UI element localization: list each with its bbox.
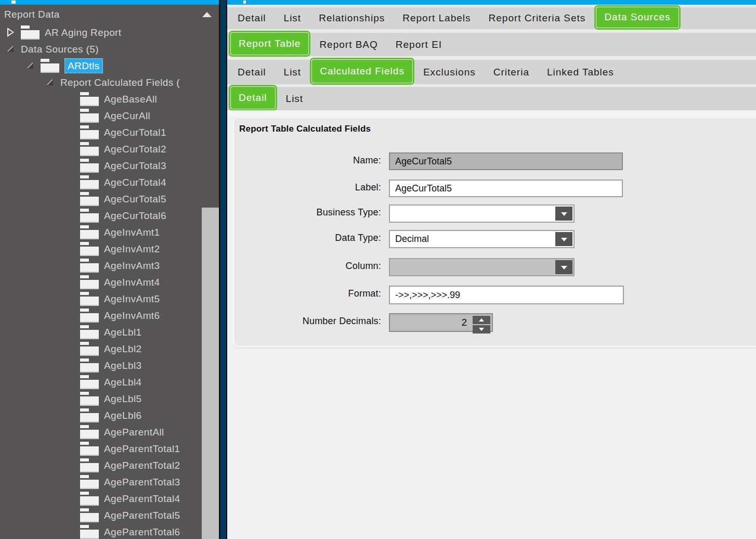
business-type-dropdown-icon[interactable]: [555, 207, 572, 221]
tree-item-agelbl5[interactable]: AgeLbl5: [0, 390, 219, 407]
tree-item-ageparenttotal1[interactable]: AgeParentTotal1: [0, 440, 219, 457]
tree-item-label[interactable]: AgeLbl4: [104, 375, 142, 389]
tab-calculated-fields[interactable]: Calculated Fields: [310, 58, 414, 85]
tree-item-label[interactable]: AgeCurTotal4: [104, 175, 166, 189]
tree-item-ageinvamt4[interactable]: AgeInvAmt4: [0, 274, 219, 290]
tab-list[interactable]: List: [275, 60, 310, 84]
tree-item-ageinvamt5[interactable]: AgeInvAmt5: [0, 290, 219, 307]
spinner-up-icon[interactable]: [473, 316, 490, 324]
tab-report-criteria-sets[interactable]: Report Criteria Sets: [480, 7, 595, 29]
tree-item-label[interactable]: AgeCurAll: [104, 109, 150, 123]
tree-item-agelbl2[interactable]: AgeLbl2: [0, 340, 219, 357]
tree-item-label[interactable]: AgeParentTotal1: [104, 442, 180, 456]
tab-report-labels[interactable]: Report Labels: [394, 7, 479, 29]
tree-item-label[interactable]: AgeLbl6: [104, 408, 142, 422]
tree-item-ageparenttotal3[interactable]: AgeParentTotal3: [0, 473, 219, 490]
tab-detail[interactable]: Detail: [229, 60, 275, 84]
label-field[interactable]: AgeCurTotal5: [389, 179, 623, 197]
tree-item-label[interactable]: AgeLbl5: [104, 392, 142, 406]
tab-strip-report-table: DetailListCalculated FieldsExclusionsCri…: [227, 60, 756, 84]
tree-item-agecurtotal3[interactable]: AgeCurTotal3: [0, 157, 219, 174]
tree-item-label[interactable]: AgeCurTotal2: [104, 142, 166, 156]
data-type-value: Decimal: [395, 234, 429, 245]
tree-item-label[interactable]: AgeCurTotal5: [104, 192, 166, 206]
tree-item-label[interactable]: AgeParentTotal6: [104, 525, 180, 539]
tree-item-label[interactable]: AgeLbl1: [104, 325, 142, 339]
tree-item-label[interactable]: AgeInvAmt3: [104, 259, 160, 273]
tree-item-label[interactable]: ARDtls: [64, 58, 103, 73]
tree-item-label[interactable]: AgeCurTotal3: [104, 159, 166, 173]
folder-icon: [80, 425, 99, 439]
tree-item-agelbl1[interactable]: AgeLbl1: [0, 324, 219, 340]
tree-item-label[interactable]: AgeCurTotal1: [104, 125, 166, 139]
tree-item-agelbl6[interactable]: AgeLbl6: [0, 407, 219, 424]
tab-list[interactable]: List: [275, 7, 310, 29]
tab-list[interactable]: List: [277, 87, 312, 110]
tree-item-ageparenttotal2[interactable]: AgeParentTotal2: [0, 457, 219, 473]
tree-item-ageparenttotal4[interactable]: AgeParentTotal4: [0, 490, 219, 507]
tree-item-ageparentall[interactable]: AgeParentAll: [0, 424, 219, 440]
tree-item-ageparenttotal5[interactable]: AgeParentTotal5: [0, 507, 219, 523]
tree-item-agecurtotal5[interactable]: AgeCurTotal5: [0, 190, 219, 207]
tab-linked-tables[interactable]: Linked Tables: [538, 60, 623, 84]
tree-item-label[interactable]: AgeCurTotal6: [104, 209, 166, 223]
tab-report-baq[interactable]: Report BAQ: [310, 33, 386, 56]
format-field[interactable]: ->>,>>>,>>>.99: [389, 286, 624, 304]
tree-item-label[interactable]: AgeInvAmt2: [104, 242, 160, 256]
collapse-panel-icon[interactable]: [202, 12, 212, 17]
tree-item-agecurtotal2[interactable]: AgeCurTotal2: [0, 140, 219, 157]
tab-relationships[interactable]: Relationships: [310, 7, 394, 29]
tree-scrollbar-thumb[interactable]: [202, 208, 219, 539]
data-type-combo[interactable]: Decimal: [389, 230, 575, 248]
tree-item-label[interactable]: AgeLbl3: [104, 358, 142, 373]
tree-item-agelbl3[interactable]: AgeLbl3: [0, 357, 219, 374]
tree-item-label[interactable]: AR Aging Report: [45, 25, 122, 40]
tree-item-label[interactable]: AgeInvAmt6: [104, 309, 160, 323]
tree-item-ar-aging-report[interactable]: AR Aging Report: [0, 24, 219, 41]
tree-item-label[interactable]: AgeParentTotal2: [104, 458, 180, 472]
collapsed-arrow-icon[interactable]: [4, 26, 17, 38]
business-type-combo[interactable]: [389, 204, 575, 223]
tab-report-table[interactable]: Report Table: [229, 31, 310, 57]
tree-item-agecurall[interactable]: AgeCurAll: [0, 107, 219, 124]
expanded-arrow-icon[interactable]: [4, 43, 17, 55]
tree-item-label[interactable]: AgeParentTotal5: [104, 508, 180, 522]
tree-item-agebaseall[interactable]: AgeBaseAll: [0, 91, 219, 107]
folder-icon: [80, 209, 99, 223]
tree-item-data-sources-5[interactable]: Data Sources (5): [0, 41, 219, 57]
tree-item-label[interactable]: AgeParentTotal4: [104, 492, 180, 506]
tree-item-label[interactable]: AgeBaseAll: [104, 92, 157, 106]
column-dropdown-icon[interactable]: [555, 260, 572, 274]
tree-item-label[interactable]: Report Calculated Fields (: [60, 75, 180, 89]
tab-report-ei[interactable]: Report EI: [387, 33, 451, 56]
tree-item-agelbl4[interactable]: AgeLbl4: [0, 374, 219, 390]
panel-splitter[interactable]: [219, 0, 227, 539]
tree-item-ageinvamt6[interactable]: AgeInvAmt6: [0, 307, 219, 324]
tree-item-label[interactable]: AgeInvAmt4: [104, 275, 160, 289]
data-type-dropdown-icon[interactable]: [555, 232, 572, 246]
tree-item-ardtls[interactable]: ARDtls: [0, 57, 219, 74]
tab-detail[interactable]: Detail: [229, 85, 277, 111]
tab-exclusions[interactable]: Exclusions: [414, 60, 485, 84]
tab-data-sources[interactable]: Data Sources: [594, 5, 680, 30]
spinner-down-icon[interactable]: [473, 325, 490, 333]
expanded-arrow-icon[interactable]: [24, 59, 36, 72]
format-value: ->>,>>>,>>>.99: [395, 290, 460, 301]
tab-detail[interactable]: Detail: [229, 7, 275, 29]
tree-item-report-calculated-fields[interactable]: Report Calculated Fields (: [0, 74, 219, 91]
tree-item-label[interactable]: Data Sources (5): [21, 42, 99, 56]
tree-item-label[interactable]: AgeParentAll: [104, 425, 164, 439]
tree-item-label[interactable]: AgeInvAmt5: [104, 292, 160, 306]
expanded-arrow-icon[interactable]: [44, 76, 56, 88]
tree-item-label[interactable]: AgeInvAmt1: [104, 225, 160, 239]
tab-criteria[interactable]: Criteria: [485, 60, 538, 84]
tree-item-agecurtotal4[interactable]: AgeCurTotal4: [0, 174, 219, 190]
tree-item-label[interactable]: AgeLbl2: [104, 342, 142, 356]
tree-item-ageinvamt1[interactable]: AgeInvAmt1: [0, 224, 219, 240]
tree-item-ageinvamt2[interactable]: AgeInvAmt2: [0, 240, 219, 257]
tree-item-agecurtotal1[interactable]: AgeCurTotal1: [0, 124, 219, 140]
tree-item-ageinvamt3[interactable]: AgeInvAmt3: [0, 257, 219, 274]
tree-item-ageparenttotal6[interactable]: AgeParentTotal6: [0, 523, 219, 539]
tree-item-agecurtotal6[interactable]: AgeCurTotal6: [0, 207, 219, 224]
tree-item-label[interactable]: AgeParentTotal3: [104, 475, 180, 489]
